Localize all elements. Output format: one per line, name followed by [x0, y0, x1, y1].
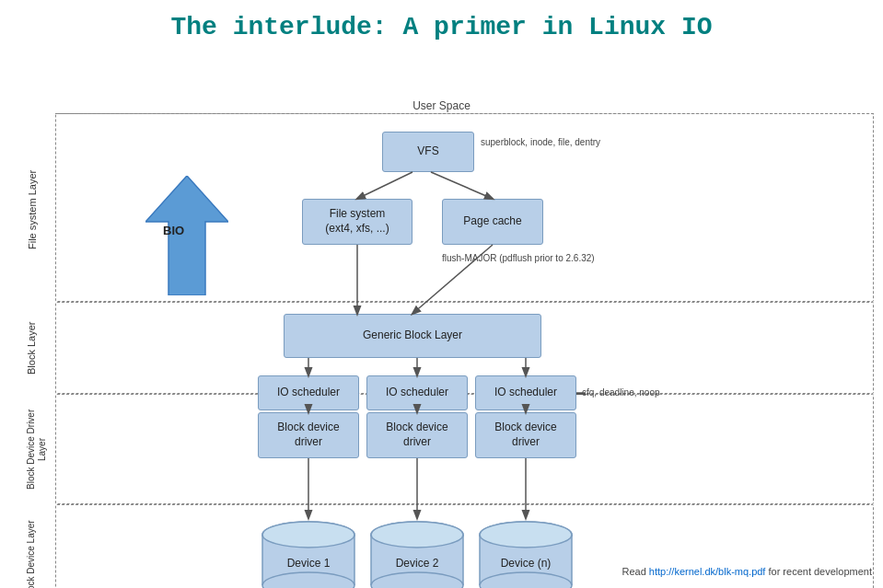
flush-annotation: flush-MAJOR (pdflush prior to 2.6.32)	[442, 253, 595, 263]
device-1-cylinder: Device 1	[253, 518, 364, 588]
page-title: The interlude: A primer in Linux IO	[0, 0, 883, 49]
device-2-cylinder: Device 2	[362, 518, 472, 588]
bio-label: BIO	[163, 224, 184, 237]
sched-arrow-line	[576, 393, 586, 395]
svg-point-13	[371, 522, 463, 548]
bio-arrow	[145, 176, 228, 295]
generic-block-layer-node: Generic Block Layer	[284, 314, 541, 358]
io-scheduler-2-node: IO scheduler	[366, 375, 468, 410]
block-driver-3-node: Block device driver	[475, 412, 576, 458]
user-space-label: User Space	[0, 99, 883, 112]
svg-text:Device 1: Device 1	[287, 557, 331, 570]
page: The interlude: A primer in Linux IO User…	[0, 0, 883, 588]
block-device-layer-label: Block Device Layer	[26, 518, 37, 588]
page-cache-node: Page cache	[442, 199, 543, 245]
block-layer-label: Block Layer	[26, 316, 37, 380]
vfs-node: VFS	[382, 132, 474, 172]
device-n-cylinder: Device (n)	[471, 518, 581, 588]
svg-point-6	[262, 522, 354, 548]
svg-point-20	[480, 522, 572, 548]
bottom-link[interactable]: Read http://kernel.dk/blk-mq.pdf for rec…	[622, 566, 873, 577]
io-scheduler-3-node: IO scheduler	[475, 375, 576, 410]
svg-marker-0	[145, 176, 228, 295]
block-driver-2-node: Block device driver	[366, 412, 468, 458]
vfs-annotation: superblock, inode, file, dentry	[481, 137, 600, 147]
blk-mq-link[interactable]: http://kernel.dk/blk-mq.pdf	[649, 566, 766, 577]
filesystem-node: File system (ext4, xfs, ...)	[302, 199, 412, 245]
block-driver-1-node: Block device driver	[258, 412, 359, 458]
scheduler-annotation: cfq, deadline, noop	[582, 387, 660, 398]
filesystem-layer-label: File system Layer	[26, 141, 40, 279]
svg-text:Device 2: Device 2	[396, 557, 439, 570]
io-scheduler-1-node: IO scheduler	[258, 375, 359, 410]
svg-text:Device (n): Device (n)	[501, 557, 552, 570]
block-device-driver-layer-label: Block Device Driver Layer	[26, 403, 48, 495]
diagram: User Space File system Layer Block Layer…	[0, 49, 883, 582]
